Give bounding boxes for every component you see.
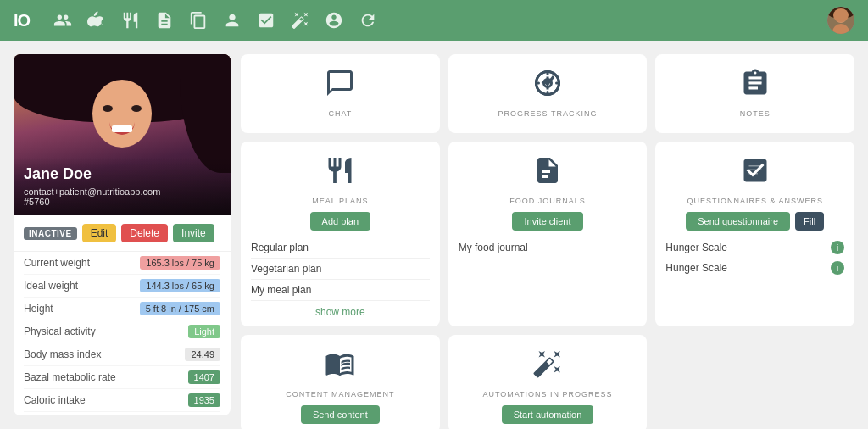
meal-plans-icon bbox=[325, 155, 355, 192]
meal-plans-label: MEAL PLANS bbox=[312, 197, 368, 205]
content-icon bbox=[325, 348, 355, 385]
bmi-value: 24.49 bbox=[185, 348, 220, 361]
food-journals-icon bbox=[532, 155, 563, 192]
current-weight-value: 165.3 lbs / 75 kg bbox=[140, 256, 220, 270]
patient-actions-row: INACTIVE Edit Delete Invite bbox=[14, 215, 231, 252]
patient-info-overlay: Jane Doe contact+patient@nutritioapp.com… bbox=[14, 157, 231, 215]
nav-icons bbox=[53, 11, 377, 30]
food-journals-label: FOOD JOURNALS bbox=[509, 197, 586, 205]
user-avatar[interactable] bbox=[827, 7, 854, 34]
refresh-icon[interactable] bbox=[359, 11, 377, 30]
notes-label: NOTES bbox=[740, 109, 771, 118]
questionnaires-card: QUESTIONNAIRES & ANSWERS Send questionna… bbox=[655, 142, 854, 326]
list-item: Hunger Scale i bbox=[665, 237, 844, 258]
progress-icon bbox=[532, 68, 563, 104]
fill-button[interactable]: Fill bbox=[795, 212, 824, 231]
patient-stats: Current weight 165.3 lbs / 75 kg Ideal w… bbox=[14, 252, 231, 415]
food-journals-card: FOOD JOURNALS Invite client My food jour… bbox=[448, 142, 648, 326]
invite-button[interactable]: Invite bbox=[173, 224, 214, 242]
wand-icon[interactable] bbox=[291, 11, 309, 30]
list-item: Hunger Scale i bbox=[665, 258, 844, 278]
bmr-label: Bazal metabolic rate bbox=[24, 371, 116, 383]
app-logo: IO bbox=[14, 11, 30, 31]
main-content: Jane Doe contact+patient@nutritioapp.com… bbox=[0, 41, 868, 429]
send-content-button[interactable]: Send content bbox=[301, 405, 380, 424]
questionnaires-label: QUESTIONNAIRES & ANSWERS bbox=[687, 197, 823, 205]
caloric-intake-row: Caloric intake 1935 bbox=[24, 389, 220, 412]
info-icon[interactable]: i bbox=[831, 241, 844, 254]
invite-client-button[interactable]: Invite client bbox=[512, 212, 582, 231]
info-icon[interactable]: i bbox=[831, 261, 844, 275]
apple-icon[interactable] bbox=[87, 11, 106, 30]
empty-slot bbox=[655, 335, 854, 429]
bmr-value: 1407 bbox=[188, 370, 220, 384]
height-value: 5 ft 8 in / 175 cm bbox=[140, 302, 220, 315]
top-navigation: IO bbox=[0, 0, 868, 41]
checklist-icon[interactable] bbox=[257, 11, 275, 30]
show-more-link[interactable]: show more bbox=[251, 301, 430, 318]
patient-id: #5760 bbox=[24, 197, 220, 207]
patient-email: contact+patient@nutritioapp.com bbox=[24, 187, 220, 197]
start-automation-button[interactable]: Start automation bbox=[502, 405, 594, 424]
food-journals-list: My food journal bbox=[459, 237, 637, 318]
utensils-icon[interactable] bbox=[121, 11, 140, 30]
questionnaire-list: Hunger Scale i Hunger Scale i bbox=[665, 237, 844, 278]
questionnaires-icon bbox=[740, 155, 771, 192]
current-weight-row: Current weight 165.3 lbs / 75 kg bbox=[24, 252, 220, 275]
content-grid: CHAT PROGRESS TRACKING NOTES MEAL PLANS … bbox=[241, 54, 854, 415]
users-icon[interactable] bbox=[53, 11, 72, 30]
patient-photo: Jane Doe contact+patient@nutritioapp.com… bbox=[14, 54, 231, 215]
content-label: CONTENT MANAGEMENT bbox=[286, 390, 394, 398]
bmi-label: Body mass index bbox=[24, 348, 101, 360]
copy-icon[interactable] bbox=[189, 11, 208, 30]
caloric-intake-value: 1935 bbox=[188, 393, 220, 407]
physical-activity-row: Physical activity Light bbox=[24, 320, 220, 343]
progress-card: PROGRESS TRACKING bbox=[448, 54, 648, 133]
notes-icon bbox=[740, 68, 771, 104]
list-item: My food journal bbox=[459, 237, 637, 258]
chat-card: CHAT bbox=[241, 54, 440, 133]
bmr-row: Bazal metabolic rate 1407 bbox=[24, 366, 220, 389]
height-row: Height 5 ft 8 in / 175 cm bbox=[24, 298, 220, 320]
ideal-weight-row: Ideal weight 144.3 lbs / 65 kg bbox=[24, 275, 220, 298]
meal-plans-list: Regular plan Vegetarian plan My meal pla… bbox=[251, 237, 430, 318]
status-badge: INACTIVE bbox=[24, 227, 77, 240]
list-item: Vegetarian plan bbox=[251, 259, 430, 280]
edit-button[interactable]: Edit bbox=[82, 224, 117, 242]
physical-activity-label: Physical activity bbox=[24, 326, 96, 337]
caloric-intake-label: Caloric intake bbox=[24, 394, 86, 406]
ideal-weight-label: Ideal weight bbox=[24, 280, 78, 292]
notes-card: NOTES bbox=[655, 54, 854, 133]
content-card: CONTENT MANAGEMENT Send content bbox=[241, 335, 440, 429]
meal-plans-card: MEAL PLANS Add plan Regular plan Vegetar… bbox=[241, 142, 440, 326]
documents-icon[interactable] bbox=[155, 11, 174, 30]
height-label: Height bbox=[24, 303, 53, 315]
automations-icon bbox=[532, 348, 563, 385]
chat-icon bbox=[325, 68, 355, 104]
add-plan-button[interactable]: Add plan bbox=[310, 212, 370, 231]
automations-label: AUTOMATIONS IN PROGRESS bbox=[482, 390, 612, 398]
list-item: My meal plan bbox=[251, 280, 430, 301]
delete-button[interactable]: Delete bbox=[121, 224, 168, 242]
ideal-weight-value: 144.3 lbs / 65 kg bbox=[140, 279, 220, 292]
automations-card: AUTOMATIONS IN PROGRESS Start automation bbox=[448, 335, 648, 429]
progress-label: PROGRESS TRACKING bbox=[498, 109, 598, 118]
bmi-row: Body mass index 24.49 bbox=[24, 343, 220, 366]
person-icon[interactable] bbox=[223, 11, 242, 30]
account-icon[interactable] bbox=[325, 11, 343, 30]
current-weight-label: Current weight bbox=[24, 257, 90, 269]
svg-point-3 bbox=[833, 8, 849, 22]
physical-activity-value: Light bbox=[188, 325, 220, 338]
patient-panel: Jane Doe contact+patient@nutritioapp.com… bbox=[14, 54, 231, 415]
patient-name: Jane Doe bbox=[24, 165, 220, 183]
chat-label: CHAT bbox=[328, 109, 352, 118]
list-item: Regular plan bbox=[251, 237, 430, 259]
send-questionnaire-button[interactable]: Send questionnaire bbox=[686, 212, 790, 231]
questionnaire-buttons: Send questionnaire Fill bbox=[686, 212, 824, 231]
